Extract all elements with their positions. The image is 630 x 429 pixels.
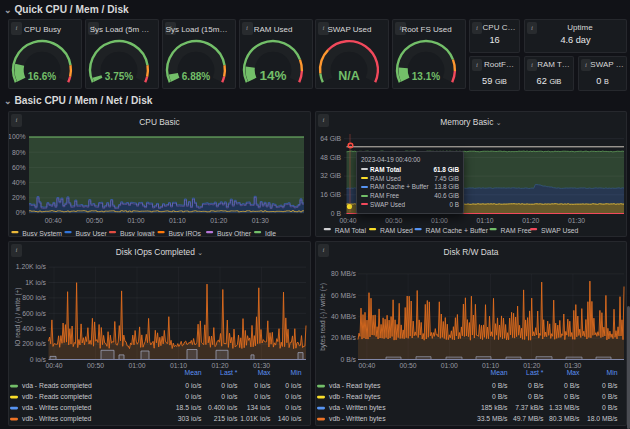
svg-text:20%: 20% [12,194,26,201]
svg-text:01:30: 01:30 [564,362,581,369]
svg-text:60%: 60% [12,164,26,171]
svg-text:14%: 14% [259,68,286,83]
svg-text:Busy Iowait: Busy Iowait [120,230,155,237]
svg-text:80%: 80% [12,149,26,156]
svg-text:01:20: 01:20 [523,362,540,369]
svg-text:Idle: Idle [265,230,276,237]
svg-text:Last *: Last * [526,369,544,376]
svg-text:bytes read (-) / write (+): bytes read (-) / write (+) [319,283,327,351]
svg-text:80.3 MB/s: 80.3 MB/s [549,415,580,422]
svg-text:0 io/s: 0 io/s [254,382,271,389]
svg-text:7.37 kB/s: 7.37 kB/s [515,404,544,411]
svg-text:vdb - Written bytes: vdb - Written bytes [329,415,386,423]
svg-text:00:50: 00:50 [86,217,103,224]
svg-text:1.20K io/s: 1.20K io/s [16,263,47,270]
svg-text:RAM Used: RAM Used [380,227,413,234]
svg-text:0 B: 0 B [596,76,609,86]
svg-text:RAM Total: RAM Total [335,227,367,234]
svg-text:00:40: 00:40 [45,217,62,224]
svg-text:IO read (-) / write (+): IO read (-) / write (+) [14,287,22,346]
svg-text:01:30: 01:30 [568,217,585,224]
svg-text:185 kB/s: 185 kB/s [481,404,508,411]
svg-text:80 MB/s: 80 MB/s [331,270,357,277]
svg-text:3.75%: 3.75% [105,71,133,82]
svg-text:49.7 MB/s: 49.7 MB/s [513,415,544,422]
svg-text:Busy System: Busy System [22,230,62,237]
svg-text:vdb - Writes completed: vdb - Writes completed [22,415,92,423]
svg-text:Max: Max [567,369,580,376]
svg-text:01:10: 01:10 [482,362,499,369]
svg-text:vda - Read bytes: vda - Read bytes [329,382,381,390]
svg-text:0 B/s: 0 B/s [602,382,618,389]
svg-text:400 io/s: 400 io/s [22,325,46,332]
svg-text:0 B/s: 0 B/s [602,393,618,400]
svg-text:13.1%: 13.1% [412,71,440,82]
svg-text:Last *: Last * [220,369,238,376]
svg-text:RAM Cache + Buffer: RAM Cache + Buffer [426,227,489,234]
svg-text:1.33 MB/s: 1.33 MB/s [549,404,580,411]
svg-text:32 GiB: 32 GiB [320,172,341,179]
svg-text:01:20: 01:20 [211,362,228,369]
svg-text:18.0 MB/s: 18.0 MB/s [587,415,618,422]
svg-text:16: 16 [489,35,499,45]
svg-text:Busy Other: Busy Other [217,230,252,237]
svg-text:1.01K io/s: 1.01K io/s [240,415,271,422]
svg-text:0 B/s: 0 B/s [528,393,544,400]
svg-text:01:10: 01:10 [477,217,494,224]
svg-text:0 io/s: 0 io/s [285,404,302,411]
svg-text:4.6 day: 4.6 day [560,35,591,45]
svg-text:0 io/s: 0 io/s [185,393,202,400]
svg-text:40 MB/s: 40 MB/s [331,313,357,320]
svg-text:6.88%: 6.88% [182,71,210,82]
svg-text:48 GiB: 48 GiB [320,154,341,161]
svg-text:01:10: 01:10 [170,362,187,369]
svg-text:40%: 40% [12,179,26,186]
svg-text:100%: 100% [9,133,26,140]
svg-text:0 B/s: 0 B/s [528,382,544,389]
svg-text:00:50: 00:50 [400,362,417,369]
svg-text:0%: 0% [16,209,26,216]
svg-text:01:20: 01:20 [522,217,539,224]
svg-text:0 io/s: 0 io/s [285,382,302,389]
svg-text:215 io/s: 215 io/s [214,415,238,422]
svg-text:Mean: Mean [490,369,507,376]
svg-text:RAM Free: RAM Free [501,227,532,234]
svg-text:60 MB/s: 60 MB/s [331,292,357,299]
svg-text:0 B/s: 0 B/s [564,393,580,400]
svg-text:Max: Max [258,369,271,376]
svg-text:0 B/s: 0 B/s [564,382,580,389]
svg-text:59 GiB: 59 GiB [482,76,507,86]
svg-text:200 io/s: 200 io/s [22,340,46,347]
svg-text:00:40: 00:40 [358,362,375,369]
svg-text:0.400 io/s: 0.400 io/s [208,404,238,411]
svg-text:SWAP Used: SWAP Used [541,227,579,234]
svg-text:0 io/s: 0 io/s [30,356,47,363]
svg-text:01:30: 01:30 [253,362,270,369]
svg-text:01:00: 01:00 [128,362,145,369]
svg-text:Mean: Mean [184,369,201,376]
svg-text:00:50: 00:50 [385,217,402,224]
svg-text:0 B/s: 0 B/s [492,393,508,400]
svg-text:01:00: 01:00 [431,217,448,224]
svg-text:62 GiB: 62 GiB [537,76,562,86]
svg-text:01:00: 01:00 [127,217,144,224]
svg-text:0 B/s: 0 B/s [602,404,618,411]
svg-text:N/A: N/A [338,69,360,83]
svg-text:Busy User: Busy User [75,230,107,237]
svg-text:00:40: 00:40 [45,362,62,369]
svg-text:0 io/s: 0 io/s [185,382,202,389]
svg-text:01:00: 01:00 [441,362,458,369]
svg-text:33.5 MB/s: 33.5 MB/s [477,415,508,422]
svg-text:0 io/s: 0 io/s [285,393,302,400]
svg-text:134 io/s: 134 io/s [247,404,271,411]
svg-text:vda - Written bytes: vda - Written bytes [329,404,386,412]
svg-text:0 io/s: 0 io/s [221,393,238,400]
svg-text:00:50: 00:50 [87,362,104,369]
svg-text:0 B/s: 0 B/s [492,382,508,389]
svg-text:64 GiB: 64 GiB [320,135,341,142]
svg-text:Min: Min [607,369,618,376]
svg-text:600 io/s: 600 io/s [22,310,46,317]
svg-text:20 MB/s: 20 MB/s [331,334,357,341]
svg-text:00:40: 00:40 [339,217,356,224]
svg-text:vdb - Read bytes: vdb - Read bytes [329,393,381,401]
